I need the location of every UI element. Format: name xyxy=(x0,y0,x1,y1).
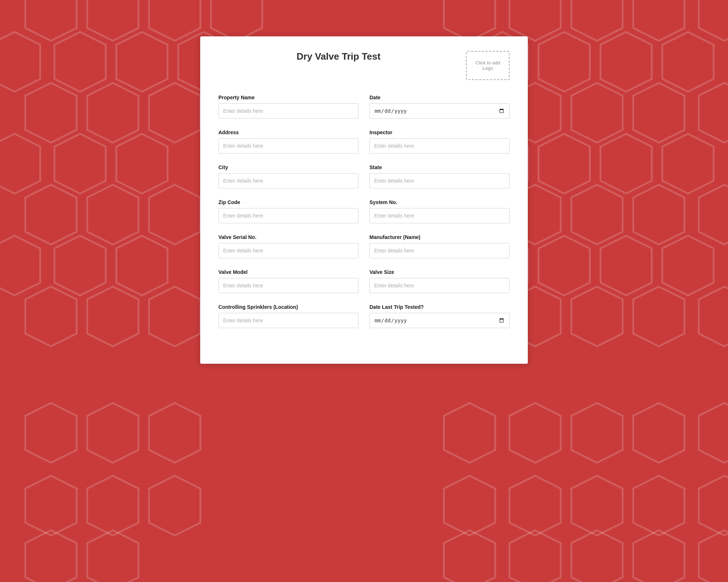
system-no-input[interactable] xyxy=(369,208,510,223)
svg-marker-64 xyxy=(87,476,139,535)
form-group-city: City xyxy=(218,164,359,188)
svg-marker-57 xyxy=(149,403,201,463)
svg-marker-59 xyxy=(510,403,561,463)
svg-marker-29 xyxy=(539,134,590,194)
hex-decoration xyxy=(18,182,84,247)
date-label: Date xyxy=(369,95,510,100)
system-no-label: System No. xyxy=(369,199,510,205)
svg-marker-24 xyxy=(699,83,728,143)
hex-decoration xyxy=(626,284,692,349)
hex-decoration xyxy=(593,131,659,196)
manufacturer-name-label: Manufacturer (Name) xyxy=(369,234,510,240)
hex-decoration xyxy=(692,0,728,44)
hex-decoration xyxy=(626,473,692,538)
hex-decoration xyxy=(502,473,568,538)
hex-decoration xyxy=(80,527,146,582)
svg-marker-31 xyxy=(662,134,714,194)
svg-marker-34 xyxy=(149,185,201,244)
svg-marker-10 xyxy=(55,32,106,92)
city-input[interactable] xyxy=(218,173,359,188)
svg-marker-74 xyxy=(510,530,561,582)
logo-upload-button[interactable]: Click to add Logo xyxy=(466,51,510,80)
valve-model-label: Valve Model xyxy=(218,269,359,275)
inspector-label: Inspector xyxy=(369,129,510,135)
hex-decoration xyxy=(437,527,502,582)
svg-marker-46 xyxy=(662,236,714,295)
svg-marker-0 xyxy=(25,0,77,41)
hex-decoration xyxy=(80,80,146,146)
form-group-date: Date xyxy=(369,95,510,119)
valve-model-input[interactable] xyxy=(218,278,359,293)
state-input[interactable] xyxy=(369,173,510,188)
city-label: City xyxy=(218,164,359,170)
form-row-zip-system: Zip Code System No. xyxy=(218,199,510,223)
hex-decoration xyxy=(142,473,207,538)
svg-marker-9 xyxy=(0,32,40,92)
svg-marker-6 xyxy=(571,0,623,41)
svg-marker-73 xyxy=(444,530,495,582)
form-title: Dry Valve Trip Test xyxy=(297,51,381,62)
svg-marker-41 xyxy=(55,236,106,295)
hex-decoration xyxy=(18,284,84,349)
svg-marker-65 xyxy=(149,476,201,535)
hex-decoration xyxy=(0,29,47,95)
svg-marker-4 xyxy=(444,0,495,41)
form-row-address-inspector: Address Inspector xyxy=(218,129,510,154)
controlling-sprinklers-input[interactable] xyxy=(218,313,359,328)
hex-decoration xyxy=(564,527,630,582)
hex-decoration xyxy=(80,284,146,349)
svg-marker-68 xyxy=(571,476,623,535)
svg-marker-37 xyxy=(571,185,623,244)
hex-decoration xyxy=(142,80,207,146)
hex-decoration xyxy=(564,473,630,538)
zip-code-input[interactable] xyxy=(218,208,359,223)
inspector-input[interactable] xyxy=(369,138,510,154)
form-group-address: Address xyxy=(218,129,359,154)
svg-marker-27 xyxy=(116,134,168,194)
hex-decoration xyxy=(142,182,207,247)
svg-marker-61 xyxy=(633,403,685,463)
hex-decoration xyxy=(564,80,630,146)
hex-decoration xyxy=(655,29,721,95)
form-row-city-state: City State xyxy=(218,164,510,188)
svg-marker-72 xyxy=(87,530,139,582)
form-group-inspector: Inspector xyxy=(369,129,510,154)
svg-marker-26 xyxy=(55,134,106,194)
hex-decoration xyxy=(692,527,728,582)
state-label: State xyxy=(369,164,510,170)
svg-marker-45 xyxy=(601,236,652,295)
hex-decoration xyxy=(109,131,175,196)
valve-serial-no-input[interactable] xyxy=(218,243,359,258)
hex-decoration xyxy=(502,400,568,466)
svg-marker-25 xyxy=(0,134,40,194)
property-name-input[interactable] xyxy=(218,103,359,119)
valve-size-input[interactable] xyxy=(369,278,510,293)
svg-marker-71 xyxy=(25,530,77,582)
svg-marker-14 xyxy=(539,32,590,92)
form-title-area: Dry Valve Trip Test xyxy=(218,51,459,62)
form-group-valve-serial-no: Valve Serial No. xyxy=(218,234,359,258)
hex-decoration xyxy=(18,527,84,582)
hex-decoration xyxy=(437,473,502,538)
svg-marker-66 xyxy=(444,476,495,535)
form-row-sprinklers-last-trip: Controlling Sprinklers (Location) Date L… xyxy=(218,304,510,328)
date-input[interactable] xyxy=(369,103,510,119)
address-input[interactable] xyxy=(218,138,359,154)
hex-decoration xyxy=(47,29,113,95)
manufacturer-name-input[interactable] xyxy=(369,243,510,258)
hex-decoration xyxy=(692,182,728,247)
zip-code-label: Zip Code xyxy=(218,199,359,205)
date-last-trip-tested-input[interactable] xyxy=(369,313,510,328)
hex-decoration xyxy=(655,131,721,196)
hex-decoration xyxy=(47,233,113,298)
form-group-valve-model: Valve Model xyxy=(218,269,359,293)
hex-decoration xyxy=(531,29,597,95)
hex-decoration xyxy=(626,80,692,146)
svg-marker-70 xyxy=(699,476,728,535)
hex-decoration xyxy=(626,182,692,247)
hex-decoration xyxy=(626,0,692,44)
form-group-date-last-trip-tested: Date Last Trip Tested? xyxy=(369,304,510,328)
svg-marker-62 xyxy=(699,403,728,463)
svg-marker-69 xyxy=(633,476,685,535)
svg-marker-48 xyxy=(87,287,139,346)
